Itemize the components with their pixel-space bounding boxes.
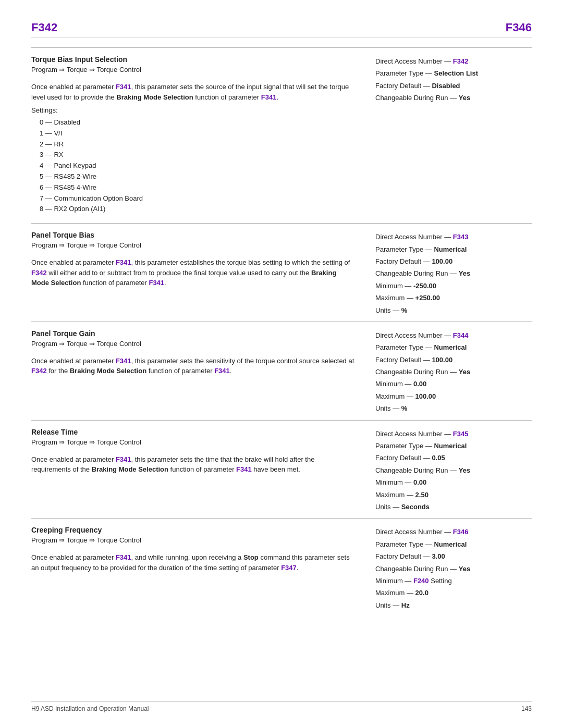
section-body-release-time: Once enabled at parameter F341, this par… [31, 454, 354, 475]
right-row: Minimum — 0.00 [375, 378, 532, 390]
right-row-value: +250.00 [415, 294, 440, 302]
direct-access-value: F342 [453, 57, 469, 65]
section-title-creeping-frequency: Creeping Frequency [31, 526, 354, 534]
right-row-label: Maximum — [375, 589, 415, 597]
section-body-creeping-frequency: Once enabled at parameter F341, and whil… [31, 552, 354, 573]
section-left-creeping-frequency: Creeping FrequencyProgram ⇒ Torque ⇒ Tor… [31, 526, 370, 611]
right-row: Maximum — 20.0 [375, 587, 532, 599]
settings-label: Settings: [31, 106, 354, 114]
right-row-label: Minimum — [375, 478, 413, 486]
right-row-value: 100.00 [432, 257, 452, 265]
right-row-value: 0.00 [413, 478, 426, 486]
right-row: Minimum — -250.00 [375, 280, 532, 292]
section-torque-bias-input: Torque Bias Input SelectionProgram ⇒ Tor… [31, 47, 532, 223]
header-left: F342 [31, 21, 57, 34]
right-row: Parameter Type — Numerical [375, 538, 532, 550]
page-footer: H9 ASD Installation and Operation Manual… [31, 701, 532, 712]
section-right-torque-bias-input: Direct Access Number — F342Parameter Typ… [370, 55, 532, 218]
right-row-value: Yes [459, 94, 470, 102]
list-item: 8 — RX2 Option (AI1) [40, 204, 354, 215]
right-row-label: Changeable During Run — [375, 466, 459, 474]
right-row-value: Numerical [434, 442, 467, 450]
right-row: Factory Default — 0.05 [375, 452, 532, 464]
right-row-label: Maximum — [375, 392, 415, 400]
section-left-panel-torque-gain: Panel Torque GainProgram ⇒ Torque ⇒ Torq… [31, 329, 370, 415]
section-body-torque-bias-input: Once enabled at parameter F341, this par… [31, 82, 354, 102]
right-row-label: Changeable During Run — [375, 94, 459, 102]
section-breadcrumb-panel-torque-bias: Program ⇒ Torque ⇒ Torque Control [31, 241, 354, 249]
right-row: Parameter Type — Selection List [375, 67, 532, 79]
right-row-label: Parameter Type — [375, 245, 434, 253]
right-row: Parameter Type — Numerical [375, 243, 532, 255]
right-row-label: Changeable During Run — [375, 368, 459, 376]
list-item: 3 — RX [40, 150, 354, 161]
right-row-value: -250.00 [413, 282, 436, 290]
footer-left: H9 ASD Installation and Operation Manual [31, 705, 149, 712]
right-row-label: Maximum — [375, 294, 415, 302]
section-body-panel-torque-gain: Once enabled at parameter F341, this par… [31, 356, 354, 376]
right-row-value: 100.00 [432, 356, 452, 364]
list-item: 2 — RR [40, 139, 354, 150]
section-title-release-time: Release Time [31, 428, 354, 436]
direct-access-value: F345 [453, 430, 469, 438]
sections-container: Torque Bias Input SelectionProgram ⇒ Tor… [31, 47, 532, 616]
settings-list: 0 — Disabled1 — V/I2 — RR3 — RX4 — Panel… [40, 117, 354, 215]
right-row: Changeable During Run — Yes [375, 366, 532, 378]
right-row-value: Numerical [434, 343, 467, 351]
list-item: 4 — Panel Keypad [40, 161, 354, 171]
right-row: Changeable During Run — Yes [375, 92, 532, 104]
section-panel-torque-bias: Panel Torque BiasProgram ⇒ Torque ⇒ Torq… [31, 223, 532, 322]
right-row-value: Yes [459, 368, 470, 376]
right-row-value: Yes [459, 269, 470, 277]
right-row-label: Parameter Type — [375, 69, 434, 77]
right-row: Units — % [375, 304, 532, 316]
section-breadcrumb-panel-torque-gain: Program ⇒ Torque ⇒ Torque Control [31, 340, 354, 348]
list-item: 6 — RS485 4-Wire [40, 182, 354, 193]
direct-access-label: Direct Access Number — [375, 430, 453, 438]
right-row-label: Minimum — [375, 380, 413, 388]
right-row-value: 3.00 [432, 552, 445, 560]
direct-access-label: Direct Access Number — [375, 528, 453, 536]
right-row-label: Changeable During Run — [375, 565, 459, 573]
minimum-row: Minimum — F240 Setting [375, 575, 532, 587]
direct-access-value: F344 [453, 331, 469, 339]
right-row-value: 20.0 [415, 589, 429, 597]
right-row-label: Units — [375, 503, 401, 511]
right-row-label: Units — [375, 306, 401, 314]
footer-right: 143 [521, 705, 532, 712]
direct-access-row: Direct Access Number — F343 [375, 231, 532, 243]
list-item: 1 — V/I [40, 128, 354, 139]
direct-access-row: Direct Access Number — F344 [375, 329, 532, 341]
right-row: Maximum — 100.00 [375, 390, 532, 402]
right-row: Maximum — +250.00 [375, 292, 532, 304]
section-panel-torque-gain: Panel Torque GainProgram ⇒ Torque ⇒ Torq… [31, 322, 532, 420]
direct-access-label: Direct Access Number — [375, 57, 453, 65]
right-row-value: 0.05 [432, 454, 445, 462]
section-right-panel-torque-gain: Direct Access Number — F344Parameter Typ… [370, 329, 532, 415]
right-row: Changeable During Run — Yes [375, 267, 532, 279]
right-row-label: Changeable During Run — [375, 269, 459, 277]
right-row: Parameter Type — Numerical [375, 341, 532, 353]
section-body-panel-torque-bias: Once enabled at parameter F341, this par… [31, 257, 354, 288]
direct-access-label: Direct Access Number — [375, 233, 453, 241]
section-right-creeping-frequency: Direct Access Number — F346Parameter Typ… [370, 526, 532, 611]
right-row: Factory Default — Disabled [375, 80, 532, 92]
right-row-value: 0.00 [413, 380, 426, 388]
section-title-panel-torque-bias: Panel Torque Bias [31, 231, 354, 239]
page-header: F342 F346 [31, 21, 532, 38]
list-item: 5 — RS485 2-Wire [40, 171, 354, 182]
right-row: Units — Hz [375, 599, 532, 611]
right-row-label: Maximum — [375, 491, 415, 499]
right-row-label: Parameter Type — [375, 343, 434, 351]
right-row-value: Yes [459, 565, 470, 573]
right-row: Units — Seconds [375, 501, 532, 513]
right-row-value: Selection List [434, 69, 478, 77]
right-row: Factory Default — 100.00 [375, 354, 532, 366]
right-row-value: Numerical [434, 540, 467, 548]
right-row-label: Parameter Type — [375, 540, 434, 548]
right-row: Changeable During Run — Yes [375, 464, 532, 476]
right-row-value: % [401, 404, 408, 412]
section-left-panel-torque-bias: Panel Torque BiasProgram ⇒ Torque ⇒ Torq… [31, 231, 370, 316]
right-row: Changeable During Run — Yes [375, 563, 532, 575]
right-row: Factory Default — 100.00 [375, 255, 532, 267]
